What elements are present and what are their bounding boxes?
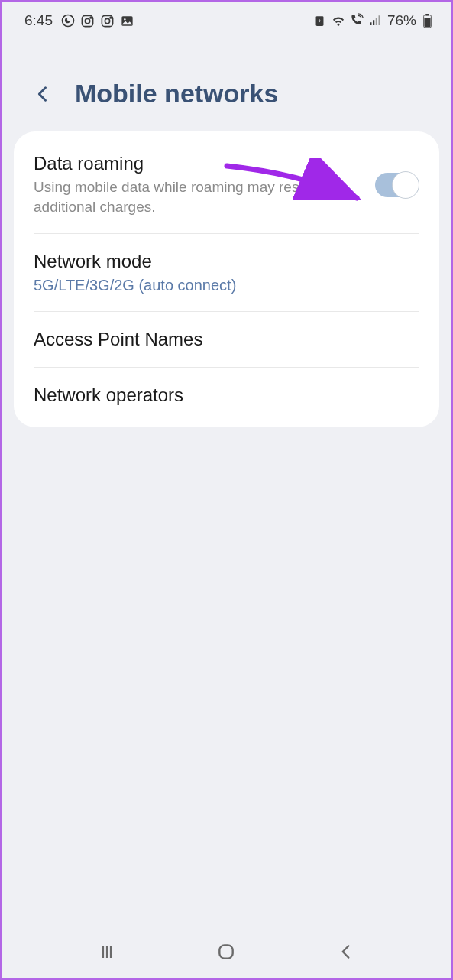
whatsapp-icon [60, 13, 76, 28]
svg-point-2 [86, 18, 90, 23]
instagram-icon [100, 13, 115, 28]
row-text: Network mode 5G/LTE/3G/2G (auto connect) [34, 251, 419, 294]
svg-rect-15 [425, 14, 429, 15]
svg-rect-21 [220, 945, 233, 958]
status-left: 6:45 [24, 12, 135, 29]
svg-point-5 [105, 18, 110, 23]
wifi-icon [331, 13, 346, 28]
status-time: 6:45 [24, 12, 53, 29]
status-right: 76% [312, 12, 435, 29]
back-icon[interactable] [32, 83, 53, 105]
svg-rect-12 [376, 18, 377, 25]
svg-rect-10 [370, 22, 371, 25]
data-roaming-row[interactable]: Data roaming Using mobile data while roa… [14, 136, 439, 233]
back-button[interactable] [331, 936, 361, 967]
network-operators-row[interactable]: Network operators [14, 368, 439, 423]
data-roaming-title: Data roaming [34, 153, 361, 174]
row-text: Network operators [34, 385, 419, 406]
page-header: Mobile networks [2, 37, 451, 131]
settings-card: Data roaming Using mobile data while roa… [14, 131, 439, 427]
data-roaming-subtitle: Using mobile data while roaming may resu… [34, 177, 361, 216]
svg-rect-13 [378, 15, 380, 25]
recents-button[interactable] [92, 936, 122, 967]
status-bar: 6:45 76% [2, 2, 451, 37]
toggle-thumb [392, 171, 419, 199]
network-mode-title: Network mode [34, 251, 419, 272]
row-text: Access Point Names [34, 329, 419, 350]
svg-point-6 [111, 17, 112, 18]
network-operators-title: Network operators [34, 385, 419, 406]
svg-point-0 [62, 15, 73, 27]
svg-point-3 [91, 17, 92, 18]
signal-icon [367, 13, 383, 28]
instagram-icon [80, 13, 95, 28]
data-roaming-toggle[interactable] [375, 173, 419, 197]
page-title: Mobile networks [75, 79, 278, 109]
svg-rect-16 [424, 18, 430, 27]
svg-point-8 [125, 18, 126, 19]
navigation-bar [2, 925, 451, 978]
battery-icon [419, 13, 435, 28]
gallery-icon [120, 13, 135, 28]
wifi-calling-icon [349, 13, 364, 28]
row-text: Data roaming Using mobile data while roa… [34, 153, 361, 216]
network-mode-row[interactable]: Network mode 5G/LTE/3G/2G (auto connect) [14, 234, 439, 311]
network-mode-value: 5G/LTE/3G/2G (auto connect) [34, 277, 419, 294]
apn-title: Access Point Names [34, 329, 419, 350]
data-saver-icon [312, 13, 328, 28]
svg-rect-11 [373, 20, 374, 25]
battery-percent: 76% [387, 12, 416, 29]
home-button[interactable] [211, 936, 241, 967]
apn-row[interactable]: Access Point Names [14, 312, 439, 367]
